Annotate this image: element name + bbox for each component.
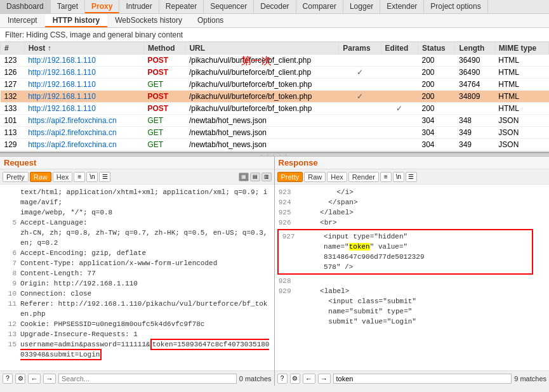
cell-mime: HTML [494,79,548,91]
table-row[interactable]: 101 https://api2.firefoxchina.cn GET /ne… [1,115,549,127]
request-toolbar: Pretty Raw Hex ≡ \n ☰ ▦ ▤ ▥ [0,169,274,185]
filter-bar: Filter: Hiding CSS, image and general bi… [0,28,549,42]
col-method[interactable]: Method [143,42,185,55]
request-forward-btn[interactable]: → [43,374,56,384]
col-mime[interactable]: MIME type [494,42,548,55]
col-status[interactable]: Status [418,42,454,55]
cell-mime: JSON [494,139,548,151]
table-row[interactable]: 126 http://192.168.1.110 POST /pikachu/v… [1,67,549,79]
response-wrap-icon[interactable]: \n [393,172,404,182]
table-row[interactable]: 133 http://192.168.1.110 POST /pikachu/v… [1,103,549,115]
response-settings-icon[interactable]: ⚙ [290,374,300,384]
response-forward-btn[interactable]: → [318,374,331,384]
cell-length: 36490 [455,55,494,67]
nav-decoder[interactable]: Decoder [254,0,296,13]
nav-extender[interactable]: Extender [380,0,424,13]
cell-edited [381,139,418,151]
request-back-btn[interactable]: ← [28,374,41,384]
response-render-btn[interactable]: Render [348,172,379,182]
nav-intruder[interactable]: Intruder [119,0,159,13]
request-header: Request [0,157,274,169]
cell-mime: HTML [494,67,548,79]
col-id[interactable]: # [1,42,25,55]
response-header: Response [275,157,550,169]
cell-params [339,139,381,151]
col-edited[interactable]: Edited [381,42,418,55]
table-row[interactable]: 127 http://192.168.1.110 GET /pikachu/vu… [1,79,549,91]
subnav-options[interactable]: Options [190,14,231,27]
table-row[interactable]: 113 https://api2.firefoxchina.cn GET /ne… [1,127,549,139]
cell-id: 129 [1,139,25,151]
nav-target[interactable]: Target [51,0,85,13]
cell-url: /pikachu/vul/burteforce/bf_token.php [185,103,339,115]
request-panel: Request Pretty Raw Hex ≡ \n ☰ ▦ ▤ ▥ text… [0,157,275,386]
cell-method: GET [143,115,185,127]
nav-proxy[interactable]: Proxy [85,0,119,13]
response-hex-btn[interactable]: Hex [327,172,347,182]
request-search-input[interactable] [58,374,237,384]
table-row[interactable]: 129 https://api2.firefoxchina.cn GET /ne… [1,139,549,151]
cell-url: /newtab/hot_news.json [185,115,339,127]
request-wrap-icon[interactable]: \n [86,172,98,182]
cell-mime: JSON [494,127,548,139]
response-line: 926 <br> [277,218,547,228]
request-line: 10Connection: close [3,289,272,299]
response-line: name="submit" type=" [277,306,547,317]
cell-params [339,103,381,115]
response-back-btn[interactable]: ← [303,374,315,384]
request-footer: ? ⚙ ← → 0 matches [0,370,274,386]
request-settings-icon[interactable]: ⚙ [15,374,25,384]
response-list-icon[interactable]: ≡ [380,172,392,182]
response-line: 924 </span> [277,197,547,207]
request-line: text/html; application/xhtml+xml; applic… [3,187,272,207]
cell-method: POST [143,103,185,115]
cell-id: 123 [1,55,25,67]
cell-id: 126 [1,67,25,79]
table-row[interactable]: 132 http://192.168.1.110 POST /pikachu/v… [1,91,549,103]
response-format-icon[interactable]: ☰ [406,172,417,182]
col-params[interactable]: Params [339,42,381,55]
subnav-http-history[interactable]: HTTP history [45,14,107,27]
request-split-view[interactable]: ▦ [239,173,249,181]
request-list-view[interactable]: ▤ [250,173,260,181]
request-raw-btn[interactable]: Raw [30,172,51,182]
response-pretty-btn[interactable]: Pretty [277,172,303,182]
col-length[interactable]: Length [455,42,494,55]
response-line: <input class="submit" [277,296,547,306]
nav-repeater[interactable]: Repeater [159,0,204,13]
request-pretty-btn[interactable]: Pretty [3,172,29,182]
cell-mime: HTML [494,91,548,103]
cell-length [455,103,494,115]
cell-edited [381,67,418,79]
cell-mime: HTML [494,55,548,67]
request-help-icon[interactable]: ? [3,374,13,384]
response-help-icon[interactable]: ? [277,374,288,384]
request-grid-view[interactable]: ▥ [261,173,272,181]
response-line: submit" value="Login" [277,317,547,327]
request-line: 5Accept-Language: [3,218,272,228]
col-host[interactable]: Host ↑ [24,42,143,55]
cell-params [339,79,381,91]
request-list-icon[interactable]: ≡ [74,172,85,182]
request-line: 6Accept-Encoding: gzip, deflate [3,248,272,258]
request-hex-btn[interactable]: Hex [53,172,73,182]
table-row[interactable]: 123 http://192.168.1.110 POST /pikachu/v… [1,55,549,67]
nav-sequencer[interactable]: Sequencer [204,0,254,13]
subnav-intercept[interactable]: Intercept [0,14,45,27]
col-url[interactable]: URL [185,42,339,55]
cell-status: 200 [418,91,454,103]
cell-url: /pikachu/vul/burteforce/bf_token.php [185,91,339,103]
subnav-websockets[interactable]: WebSockets history [107,14,190,27]
nav-comparer[interactable]: Comparer [296,0,343,13]
cell-method: POST [143,55,185,67]
response-search-input[interactable] [333,374,512,384]
response-raw-btn[interactable]: Raw [304,172,326,182]
cell-url: /pikachu/vul/burteforce/bf_token.php [185,79,339,91]
request-format-icon[interactable]: ☰ [99,172,110,182]
nav-dashboard[interactable]: Dashboard [0,0,51,13]
bottom-panels: Request Pretty Raw Hex ≡ \n ☰ ▦ ▤ ▥ text… [0,157,549,386]
nav-logger[interactable]: Logger [343,0,380,13]
cell-status: 304 [418,139,454,151]
request-line: image/webp, */*; q=0.8 [3,207,272,218]
nav-project-options[interactable]: Project options [424,0,487,13]
